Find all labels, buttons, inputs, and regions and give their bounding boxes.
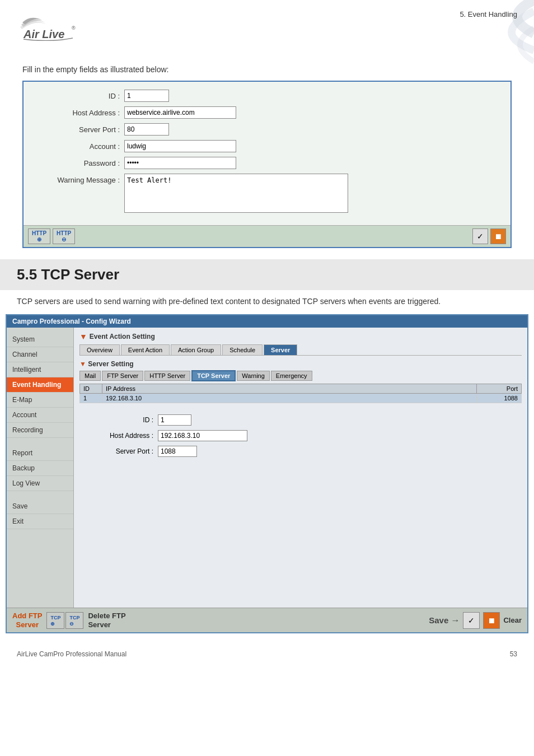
instruction-text: Fill in the empty fields as illustrated … bbox=[22, 65, 534, 74]
http-dialog: ID : Host Address : Server Port : Accoun… bbox=[22, 81, 512, 248]
svg-text:®: ® bbox=[72, 25, 76, 31]
password-row: Password : bbox=[35, 157, 499, 169]
server-tab-ftp[interactable]: FTP Server bbox=[102, 371, 143, 381]
delete-ftp-line2: Server bbox=[88, 620, 125, 629]
dialog-toolbar: HTTP⊕ HTTP⊖ ✓ ⏹ bbox=[24, 225, 510, 247]
footer-right-text: 53 bbox=[510, 650, 517, 658]
sidebar-item-report[interactable]: Report bbox=[7, 446, 73, 461]
tcp-id-row: ID : bbox=[91, 414, 510, 426]
wizard-footer: Add FTP Server TCP⊕ TCP⊖ Delete FTP Serv… bbox=[7, 608, 527, 632]
cell-port: 1088 bbox=[477, 394, 522, 403]
section-number: 5.5 bbox=[17, 266, 37, 283]
server-tab-http[interactable]: HTTP Server bbox=[144, 371, 190, 381]
event-action-label: Event Action Setting bbox=[90, 333, 155, 340]
server-table: ID IP Address Port 1 192.168.3.10 1088 bbox=[79, 384, 522, 403]
sidebar-item-account[interactable]: Account bbox=[7, 408, 73, 423]
tcp-host-label: Host Address : bbox=[91, 432, 158, 440]
tab-event-action[interactable]: Event Action bbox=[121, 344, 170, 355]
airlive-logo: Air Live ® bbox=[17, 10, 90, 41]
wizard-main: ▼ Event Action Setting Overview Event Ac… bbox=[74, 328, 527, 608]
sidebar-item-intelligent[interactable]: Intelligent bbox=[7, 362, 73, 377]
footer-left: Add FTP Server TCP⊕ TCP⊖ Delete FTP Serv… bbox=[12, 612, 126, 629]
delete-ftp-button[interactable]: Delete FTP Server bbox=[88, 612, 125, 629]
id-label: ID : bbox=[35, 92, 124, 100]
sidebar-item-backup[interactable]: Backup bbox=[7, 461, 73, 476]
server-tab-warning[interactable]: Warning bbox=[237, 371, 270, 381]
tcp-port-label: Server Port : bbox=[91, 447, 158, 455]
sidebar-item-event-handling[interactable]: Event Handling bbox=[7, 377, 73, 393]
logo-area: Air Live ® bbox=[17, 10, 517, 43]
warning-label: Warning Message : bbox=[35, 174, 124, 184]
sidebar-item-logview[interactable]: Log View bbox=[7, 476, 73, 491]
page-footer: AirLive CamPro Professional Manual 53 bbox=[0, 645, 534, 664]
col-port: Port bbox=[477, 384, 522, 394]
cell-ip: 192.168.3.10 bbox=[102, 394, 477, 403]
page-number-top: 5. Event Handling bbox=[460, 10, 517, 18]
server-setting-icon: ▼ bbox=[79, 360, 86, 368]
tcp-port-input[interactable] bbox=[158, 446, 197, 457]
cell-id: 1 bbox=[80, 394, 102, 403]
sidebar-item-emap[interactable]: E-Map bbox=[7, 393, 73, 408]
add-ftp-line1: Add FTP bbox=[12, 612, 42, 620]
tcp-icon-group: TCP⊕ TCP⊖ bbox=[46, 612, 83, 629]
setting-title-icon: ▼ bbox=[79, 332, 87, 341]
tab-overview[interactable]: Overview bbox=[79, 344, 120, 355]
http-remove-button[interactable]: HTTP⊖ bbox=[53, 228, 75, 244]
warning-row: Warning Message : Test Alert! bbox=[35, 174, 499, 213]
table-row[interactable]: 1 192.168.3.10 1088 bbox=[80, 394, 522, 403]
footer-check-button[interactable]: ✓ bbox=[463, 612, 480, 629]
tcp-id-label: ID : bbox=[91, 416, 158, 424]
account-input[interactable] bbox=[124, 140, 236, 152]
account-row: Account : bbox=[35, 140, 499, 152]
toolbar-left: HTTP⊕ HTTP⊖ bbox=[28, 228, 75, 244]
save-text: Save bbox=[429, 615, 448, 625]
host-input[interactable] bbox=[124, 106, 236, 119]
server-tab-mail[interactable]: Mail bbox=[79, 371, 101, 381]
svg-text:Air Live: Air Live bbox=[23, 28, 64, 40]
server-tab-tcp[interactable]: TCP Server bbox=[191, 370, 236, 381]
save-label: Save → bbox=[429, 615, 460, 626]
event-action-title: ▼ Event Action Setting bbox=[79, 332, 522, 341]
sidebar-item-system[interactable]: System bbox=[7, 332, 73, 347]
http-add-button[interactable]: HTTP⊕ bbox=[28, 228, 50, 244]
tcp-id-input[interactable] bbox=[158, 414, 191, 426]
footer-stop-button[interactable]: ⏹ bbox=[483, 612, 500, 629]
http-remove-icon: HTTP⊖ bbox=[57, 230, 71, 242]
config-wizard: Campro Professional - Config Wizard Syst… bbox=[6, 314, 528, 633]
tab-schedule[interactable]: Schedule bbox=[222, 344, 263, 355]
col-id: ID bbox=[80, 384, 102, 394]
server-tabs: Mail FTP Server HTTP Server TCP Server W… bbox=[79, 370, 522, 381]
stop-button[interactable]: ⏹ bbox=[490, 228, 506, 244]
tcp-port-row: Server Port : bbox=[91, 446, 510, 457]
check-button[interactable]: ✓ bbox=[472, 228, 488, 244]
section-title: 5.5 TCP Server bbox=[17, 266, 119, 283]
tcp-form: ID : Host Address : Server Port : bbox=[79, 409, 522, 467]
http-dialog-inner: ID : Host Address : Server Port : Accoun… bbox=[24, 82, 510, 225]
main-tabs: Overview Event Action Action Group Sched… bbox=[79, 344, 522, 356]
tcp-icon-2[interactable]: TCP⊖ bbox=[65, 612, 83, 629]
delete-ftp-line1: Delete FTP bbox=[88, 612, 125, 620]
server-setting-title: ▼ Server Setting bbox=[79, 360, 522, 368]
sidebar-item-exit[interactable]: Exit bbox=[7, 514, 73, 529]
add-ftp-line2: Server bbox=[12, 620, 42, 629]
header: 5. Event Handling Air Live ® bbox=[0, 0, 534, 59]
tcp-host-input[interactable] bbox=[158, 430, 247, 441]
add-ftp-button[interactable]: Add FTP Server bbox=[12, 612, 42, 629]
tab-action-group[interactable]: Action Group bbox=[171, 344, 221, 355]
port-row: Server Port : bbox=[35, 123, 499, 136]
port-label: Server Port : bbox=[35, 125, 124, 134]
section-description: TCP servers are used to send warning wit… bbox=[17, 296, 517, 307]
password-input[interactable] bbox=[124, 157, 236, 169]
sidebar-item-save[interactable]: Save bbox=[7, 499, 73, 514]
wizard-body: System Channel Intelligent Event Handlin… bbox=[7, 328, 527, 608]
col-ip: IP Address bbox=[102, 384, 477, 394]
tab-server[interactable]: Server bbox=[264, 344, 297, 355]
sidebar-item-recording[interactable]: Recording bbox=[7, 423, 73, 438]
port-input[interactable] bbox=[124, 123, 169, 136]
server-tab-emergency[interactable]: Emergency bbox=[271, 371, 312, 381]
tcp-icon-1[interactable]: TCP⊕ bbox=[46, 612, 64, 629]
tcp-host-row: Host Address : bbox=[91, 430, 510, 441]
warning-textarea[interactable]: Test Alert! bbox=[124, 174, 348, 213]
id-input[interactable] bbox=[124, 90, 169, 102]
sidebar-item-channel[interactable]: Channel bbox=[7, 347, 73, 362]
